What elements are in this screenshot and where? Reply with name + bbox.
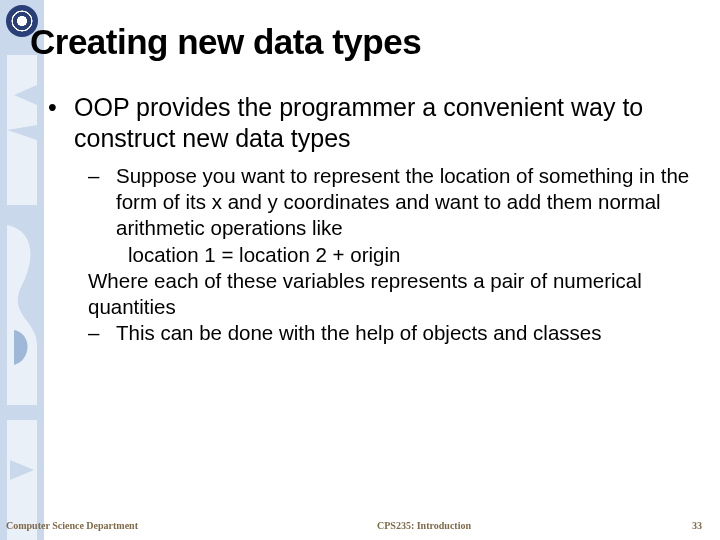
sub-bullets: – Suppose you want to represent the loca…: [48, 163, 692, 347]
where-line: Where each of these variables represents…: [88, 268, 692, 320]
bullet-level1: • OOP provides the programmer a convenie…: [48, 92, 692, 153]
slide-footer: Computer Science Department CPS235: Intr…: [0, 520, 720, 531]
bullet-text: OOP provides the programmer a convenient…: [74, 92, 692, 153]
slide-content: Creating new data types • OOP provides t…: [0, 0, 720, 540]
footer-center: CPS235: Introduction: [206, 520, 642, 531]
slide-title: Creating new data types: [30, 22, 692, 62]
sub-bullet-1: – Suppose you want to represent the loca…: [88, 163, 692, 242]
dash-glyph: –: [88, 163, 116, 242]
sub-bullet-1-text: Suppose you want to represent the locati…: [116, 163, 692, 242]
code-line: location 1 = location 2 + origin: [88, 242, 692, 268]
bullet-glyph: •: [48, 92, 74, 153]
sub-bullet-2: – This can be done with the help of obje…: [88, 320, 692, 346]
university-seal-icon: [6, 5, 38, 37]
footer-left: Computer Science Department: [6, 520, 206, 531]
dash-glyph: –: [88, 320, 116, 346]
sub-bullet-2-text: This can be done with the help of object…: [116, 320, 692, 346]
slide-body: • OOP provides the programmer a convenie…: [30, 92, 692, 347]
footer-right: 33: [642, 520, 702, 531]
